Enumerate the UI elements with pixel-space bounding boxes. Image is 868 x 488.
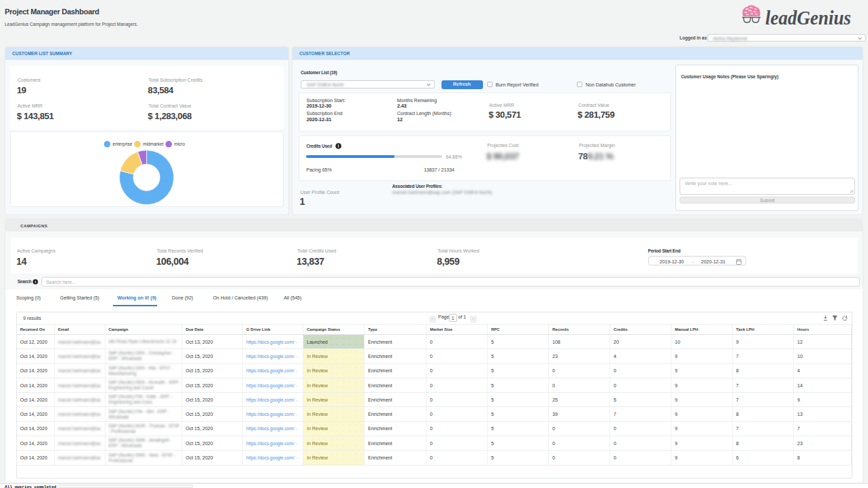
svg-text:enterprise: enterprise (113, 142, 133, 147)
svg-text:leadGenius: leadGenius (765, 7, 851, 29)
svg-text:micro: micro (174, 142, 185, 146)
svg-text:midmarket: midmarket (143, 142, 164, 146)
svg-text:i: i (337, 144, 339, 148)
